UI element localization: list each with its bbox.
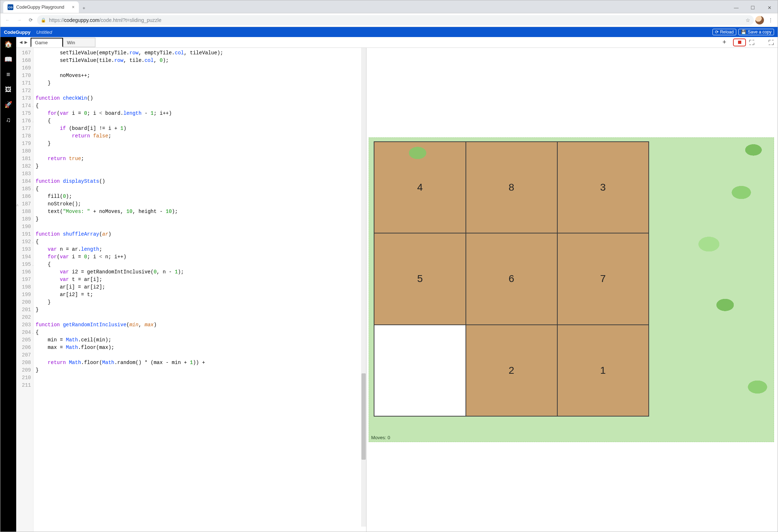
code-line[interactable]: { (36, 185, 366, 193)
code-line[interactable]: for(var i = 0; i < board.length - 1; i++… (36, 110, 366, 117)
scene-tab-game[interactable]: Game (31, 38, 63, 47)
url-text: https://codeguppy.com/code.html?t=slidin… (49, 17, 743, 23)
code-line[interactable]: setTileValue(emptyTile.row, emptyTile.co… (36, 49, 366, 57)
gutter-line: 187⚠ (17, 200, 31, 208)
code-line[interactable]: { (36, 261, 366, 268)
code-line[interactable] (36, 64, 366, 72)
menu-icon[interactable]: ≡ (4, 70, 13, 79)
scene-next-button[interactable]: ▶ (23, 40, 28, 45)
code-line[interactable]: return Math.floor(Math.random() * (max -… (36, 359, 366, 367)
window-close-button[interactable]: ✕ (761, 2, 778, 13)
browser-tab-active[interactable]: CG CodeGuppy Playground × (3, 1, 79, 13)
save-copy-button[interactable]: 💾 Save a copy (738, 29, 774, 35)
code-line[interactable]: } (36, 79, 366, 87)
code-line[interactable]: } (36, 299, 366, 306)
tile-8[interactable]: 8 (466, 142, 557, 233)
bookmark-star-icon[interactable]: ☆ (746, 17, 750, 23)
project-name[interactable]: Untitled (36, 29, 52, 35)
code-line[interactable]: setTileValue(tile.row, tile.col, 0); (36, 57, 366, 64)
code-line[interactable]: ar[i2] = t; (36, 291, 366, 299)
code-line[interactable]: { (36, 117, 366, 125)
stop-button[interactable] (733, 38, 746, 46)
scene-tab-win[interactable]: Win (63, 38, 95, 47)
tile-5[interactable]: 5 (374, 233, 466, 324)
code-line[interactable] (36, 223, 366, 231)
code-line[interactable] (36, 147, 366, 155)
code-line[interactable] (36, 170, 366, 178)
code-line[interactable]: } (36, 140, 366, 147)
nav-back-button[interactable]: ← (3, 15, 13, 25)
gutter-line: 169 (17, 64, 31, 72)
code-line[interactable]: min = Math.ceil(min); (36, 336, 366, 344)
code-line[interactable]: { (36, 102, 366, 110)
code-line[interactable] (36, 314, 366, 321)
code-line[interactable]: function shuffleArray(ar) (36, 231, 366, 238)
code-line[interactable]: } (36, 306, 366, 314)
code-line[interactable] (36, 382, 366, 389)
code-line[interactable]: function checkWin() (36, 95, 366, 102)
rocket-icon[interactable]: 🚀 (4, 100, 13, 109)
code-line[interactable]: { (36, 238, 366, 246)
code-line[interactable]: for(var i = 0; i < n; i++) (36, 253, 366, 261)
scrollbar-thumb[interactable] (361, 373, 366, 460)
fullscreen-editor-button[interactable] (749, 40, 755, 45)
code-line[interactable]: return true; (36, 155, 366, 163)
sprites-icon[interactable]: 🖼 (4, 85, 13, 94)
gutter-line: 173 (17, 95, 31, 102)
tile-4[interactable]: 4 (374, 142, 466, 233)
tutorial-icon[interactable]: 📖 (4, 55, 13, 64)
brand-label[interactable]: CodeGuppy (4, 29, 31, 35)
code-line[interactable]: var n = ar.length; (36, 246, 366, 253)
code-line[interactable]: } (36, 163, 366, 170)
window-minimize-button[interactable]: — (728, 2, 745, 13)
code-line[interactable]: } (36, 215, 366, 223)
code-line[interactable] (36, 351, 366, 359)
window-maximize-button[interactable]: ☐ (745, 2, 761, 13)
gutter-line: 205 (17, 336, 31, 344)
code-line[interactable]: } (36, 367, 366, 374)
add-scene-button[interactable]: + (719, 37, 729, 47)
home-icon[interactable]: 🏠 (4, 40, 13, 49)
code-line[interactable]: function getRandomIntInclusive(min, max) (36, 321, 366, 329)
code-line[interactable]: fill(0); (36, 193, 366, 200)
code-line[interactable]: ar[i] = ar[i2]; (36, 283, 366, 291)
tile-1[interactable]: 1 (557, 325, 649, 416)
code-line[interactable]: { (36, 329, 366, 336)
reload-button[interactable]: ⟳ Reload (712, 29, 736, 35)
tile-2[interactable]: 2 (466, 325, 557, 416)
code-line[interactable]: text("Moves: " + noMoves, 10, height - 1… (36, 208, 366, 215)
browser-menu-button[interactable]: ⋮ (765, 15, 775, 25)
code-line[interactable]: max = Math.floor(max); (36, 344, 366, 351)
editor-scrollbar[interactable] (361, 48, 366, 527)
code-line[interactable]: noStroke(); (36, 200, 366, 208)
address-bar[interactable]: 🔒 https://codeguppy.com/code.html?t=slid… (37, 15, 754, 25)
fullscreen-output-button[interactable] (768, 40, 774, 45)
scene-prev-button[interactable]: ◀ (18, 40, 23, 45)
music-icon[interactable]: ♫ (4, 115, 13, 124)
nav-reload-button[interactable]: ⟳ (26, 15, 36, 25)
tile-6[interactable]: 6 (466, 233, 557, 324)
game-canvas[interactable]: 48356721 Moves: 0 (369, 137, 774, 442)
tile-7[interactable]: 7 (557, 233, 649, 324)
nav-forward-button[interactable]: → (14, 15, 24, 25)
tab-close-icon[interactable]: × (72, 5, 75, 10)
tile-3[interactable]: 3 (557, 142, 649, 233)
empty-tile[interactable] (374, 325, 466, 416)
new-tab-button[interactable]: + (79, 3, 89, 13)
code-line[interactable]: noMoves++; (36, 72, 366, 79)
moves-label: Moves: 0 (371, 435, 390, 440)
code-line[interactable]: function displayStats() (36, 178, 366, 185)
gutter-line: 175 (17, 110, 31, 117)
code-line[interactable]: var t = ar[i]; (36, 276, 366, 283)
code-line[interactable]: if (board[i] != i + 1) (36, 125, 366, 132)
gutter-line: 198 (17, 283, 31, 291)
code-line[interactable] (36, 87, 366, 95)
puzzle-board[interactable]: 48356721 (374, 141, 649, 416)
code-line[interactable]: var i2 = getRandomIntInclusive(0, n - 1)… (36, 268, 366, 276)
profile-avatar[interactable] (755, 16, 764, 24)
gutter-line: 201 (17, 306, 31, 314)
output-controls (765, 37, 778, 47)
code-line[interactable]: return false; (36, 132, 366, 140)
code-line[interactable] (36, 374, 366, 382)
code-area[interactable]: setTileValue(emptyTile.row, emptyTile.co… (33, 48, 366, 532)
